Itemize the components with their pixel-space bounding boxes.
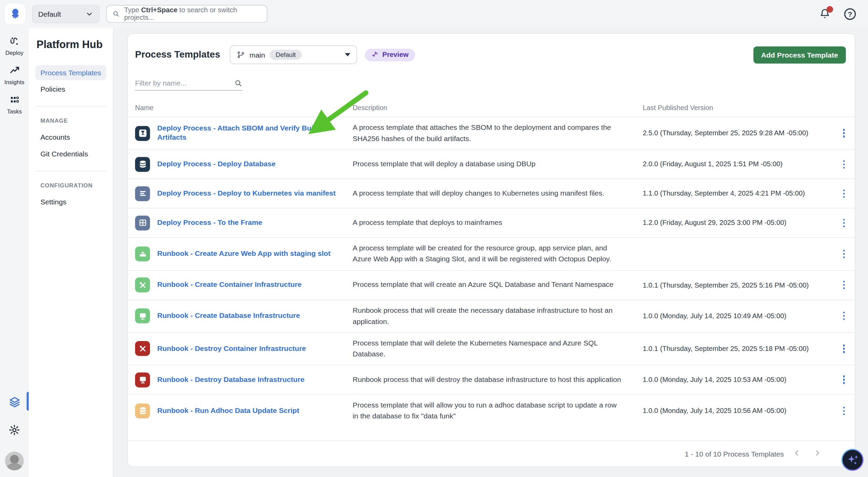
fragile-icon (135, 126, 150, 141)
help-button[interactable]: ? (844, 8, 856, 20)
rocket-icon (371, 51, 379, 59)
process-template-link[interactable]: Runbook - Destroy Database Infrastructur… (157, 375, 304, 384)
process-template-link[interactable]: Deploy Process - Attach SBOM and Verify … (157, 124, 341, 143)
rail-item-tasks[interactable]: Tasks (0, 94, 29, 114)
table-body: Deploy Process - Attach SBOM and Verify … (128, 117, 855, 427)
add-process-template-button[interactable]: Add Process Template (753, 46, 846, 63)
rail-item-deploy[interactable]: Deploy (0, 35, 29, 56)
process-template-link[interactable]: Runbook - Create Container Infrastructur… (157, 280, 301, 290)
user-avatar[interactable] (5, 451, 24, 470)
pagination-next-button[interactable] (810, 448, 825, 460)
row-overflow-menu-button[interactable] (839, 126, 848, 141)
table-row: Deploy Process - Deploy Database Process… (128, 149, 855, 179)
notifications-button[interactable] (819, 8, 831, 20)
column-last-published-version: Last Published Version (643, 104, 825, 112)
branch-name: main (250, 50, 265, 59)
sidebar-item-settings[interactable]: Settings (35, 195, 106, 210)
last-published-version: 1.0.0 (Monday, July 14, 2025 10:53 AM -0… (643, 376, 825, 384)
template-description: Process template that will create an Azu… (353, 279, 643, 291)
tasks-grid-icon (9, 94, 20, 106)
template-description: Process template that will delete the Ku… (353, 338, 643, 360)
database-icon (135, 403, 150, 418)
row-overflow-menu-button[interactable] (839, 341, 848, 356)
last-published-version: 1.1.0 (Thursday, September 4, 2025 4:21 … (643, 190, 825, 198)
template-description: A process template that will deploy chan… (353, 188, 643, 199)
template-description: Process template that will allow you to … (353, 400, 643, 422)
window-icon (135, 215, 150, 230)
branch-selector[interactable]: main Default (230, 45, 357, 64)
chevron-down-icon (85, 10, 93, 18)
template-description: Runbook process that will create the nec… (353, 305, 643, 327)
topbar-actions: ? (819, 8, 860, 20)
page-title: Process Templates (135, 49, 220, 60)
row-overflow-menu-button[interactable] (839, 215, 848, 231)
row-overflow-menu-button[interactable] (839, 372, 848, 387)
sidebar-item-git-credentials[interactable]: Git Credentials (35, 147, 106, 161)
rail-item-insights[interactable]: Insights (0, 65, 29, 85)
row-overflow-menu-button[interactable] (839, 403, 848, 418)
process-template-link[interactable]: Deploy Process - Deploy to Kubernetes vi… (157, 189, 336, 198)
process-template-link[interactable]: Deploy Process - Deploy Database (157, 160, 276, 169)
lines-icon (135, 186, 150, 201)
rail-bottom (0, 396, 29, 477)
table-footer: 1 - 10 of 10 Process Templates (128, 441, 855, 466)
process-templates-card: Process Templates main Default Preview A… (127, 33, 855, 467)
monitor-icon (135, 372, 150, 387)
octopus-logo[interactable] (4, 3, 26, 25)
template-description: A process template that attaches the SBO… (353, 122, 643, 144)
row-overflow-menu-button[interactable] (839, 186, 848, 201)
sidebar-section-manage: MANAGE (40, 117, 101, 124)
pagination-summary: 1 - 10 of 10 Process Templates (685, 450, 784, 458)
row-overflow-menu-button[interactable] (839, 308, 848, 324)
table-row: Runbook - Run Adhoc Data Update Script P… (128, 394, 855, 427)
sidebar-item-policies[interactable]: Policies (35, 82, 106, 97)
rail-label: Insights (4, 78, 25, 85)
row-overflow-menu-button[interactable] (839, 157, 848, 172)
process-template-link[interactable]: Runbook - Run Adhoc Data Update Script (157, 406, 299, 415)
process-template-link[interactable]: Runbook - Create Azure Web App with stag… (157, 249, 330, 259)
preview-chip[interactable]: Preview (365, 48, 415, 61)
main-canvas: Process Templates main Default Preview A… (114, 28, 868, 477)
help-icon: ? (848, 10, 852, 18)
column-name: Name (135, 104, 353, 112)
git-branch-icon (236, 50, 245, 59)
global-search-input[interactable]: Type Ctrl+Space to search or switch proj… (106, 5, 267, 23)
filter-by-name-input[interactable] (135, 79, 234, 87)
project-selector-value: Default (38, 10, 61, 18)
table-row: Deploy Process - Attach SBOM and Verify … (128, 117, 855, 149)
rail-label: Deploy (5, 49, 24, 56)
template-description: Process template that will deploy a data… (353, 159, 643, 170)
sidebar-section-configuration: CONFIGURATION (40, 182, 101, 188)
search-icon (234, 79, 242, 87)
notification-dot (826, 6, 833, 13)
sidebar-divider (35, 171, 106, 171)
filter-field (135, 79, 242, 91)
rail-item-platform-hub[interactable] (0, 396, 29, 408)
template-description: Runbook process that will destroy the da… (353, 374, 643, 385)
sidebar-item-process-templates[interactable]: Process Templates (35, 65, 106, 80)
pagination-prev-button[interactable] (790, 448, 805, 460)
database-icon (135, 157, 150, 172)
table-row: Runbook - Create Container Infrastructur… (128, 270, 855, 299)
process-template-link[interactable]: Runbook - Destroy Container Infrastructu… (157, 344, 306, 353)
table-row: Runbook - Create Database Infrastructure… (128, 299, 855, 332)
table-row: Runbook - Destroy Database Infrastructur… (128, 365, 855, 394)
branch-default-pill: Default (269, 50, 302, 60)
rail-item-configuration[interactable] (0, 424, 29, 436)
search-icon (112, 10, 120, 18)
sidebar-item-accounts[interactable]: Accounts (35, 130, 106, 145)
process-template-link[interactable]: Deploy Process - To the Frame (157, 218, 262, 227)
process-template-link[interactable]: Runbook - Create Database Infrastructure (157, 311, 300, 321)
column-description: Description (353, 104, 643, 112)
chevron-left-icon (793, 449, 801, 457)
last-published-version: 2.0.0 (Friday, August 1, 2025 1:51 PM -0… (643, 160, 825, 168)
table-row: Deploy Process - To the Frame A process … (128, 208, 855, 237)
left-rail: Deploy Insights Tasks (0, 28, 29, 477)
last-published-version: 1.0.0 (Monday, July 14, 2025 10:49 AM -0… (643, 312, 825, 320)
rail-label: Tasks (7, 108, 22, 114)
row-overflow-menu-button[interactable] (839, 246, 848, 262)
ai-assistant-button[interactable] (841, 449, 864, 471)
tools-icon (135, 277, 150, 292)
project-selector[interactable]: Default (32, 5, 100, 23)
row-overflow-menu-button[interactable] (839, 277, 848, 293)
